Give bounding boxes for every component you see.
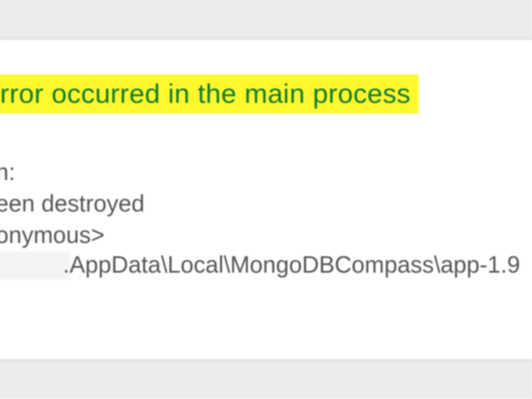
dialog-title: rror occurred in the main process xyxy=(0,74,419,113)
bottom-band xyxy=(0,359,532,399)
error-line-1: n: xyxy=(0,156,145,188)
error-line-3: onymous> xyxy=(0,219,145,250)
top-band xyxy=(0,0,532,40)
dialog-content-area: rror occurred in the main process n: een… xyxy=(0,40,532,359)
error-line-2: een destroyed xyxy=(0,188,145,219)
error-dialog-crop: rror occurred in the main process n: een… xyxy=(0,0,532,399)
error-path-line: .AppData\Local\MongoDBCompass\app-1.9 xyxy=(63,251,520,278)
redacted-region xyxy=(0,251,70,280)
dialog-title-wrap: rror occurred in the main process xyxy=(0,74,419,113)
error-details: n: een destroyed onymous> xyxy=(0,156,145,250)
